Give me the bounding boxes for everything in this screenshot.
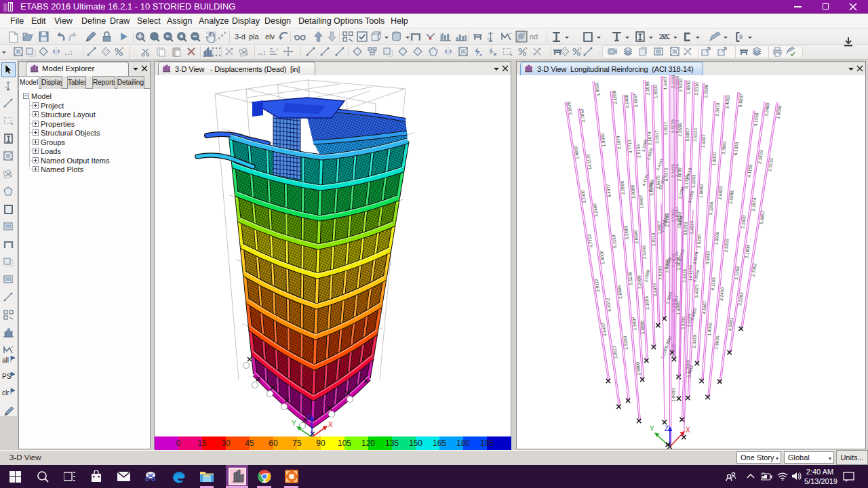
svg-text:4.7713: 4.7713 <box>627 140 633 154</box>
svg-text:4.1155: 4.1155 <box>710 277 716 291</box>
svg-text:2.6800: 2.6800 <box>635 361 642 375</box>
svg-text:5.6857: 5.6857 <box>685 127 690 141</box>
svg-text:X: X <box>686 426 690 434</box>
svg-text:1.8000: 1.8000 <box>599 250 606 264</box>
svg-text:1.9000: 1.9000 <box>600 133 606 147</box>
svg-text:3.4977: 3.4977 <box>606 184 612 198</box>
svg-text:1.8000: 1.8000 <box>686 81 691 94</box>
svg-text:2.3419: 2.3419 <box>692 334 697 348</box>
svg-text:2.1600: 2.1600 <box>740 215 746 229</box>
svg-text:1.9407: 1.9407 <box>701 134 707 148</box>
svg-text:1.9407: 1.9407 <box>631 317 637 331</box>
svg-text:3.2293: 3.2293 <box>737 291 744 306</box>
svg-text:2.7052: 2.7052 <box>751 263 757 277</box>
svg-text:3.2400: 3.2400 <box>677 248 686 262</box>
svg-text:6.4372: 6.4372 <box>606 298 612 312</box>
svg-text:5.6857: 5.6857 <box>633 94 638 108</box>
svg-text:X: X <box>328 421 333 428</box>
svg-text:4.6467: 4.6467 <box>702 300 707 314</box>
svg-text:3.0517: 3.0517 <box>654 130 660 144</box>
svg-text:3.9233: 3.9233 <box>705 251 710 265</box>
svg-text:2.1658: 2.1658 <box>612 90 618 104</box>
svg-text:3.2293: 3.2293 <box>691 174 696 188</box>
svg-text:5.6857: 5.6857 <box>738 93 744 107</box>
svg-text:5.1139: 5.1139 <box>611 235 617 248</box>
svg-text:2.3419: 2.3419 <box>715 102 720 117</box>
svg-text:3.5578: 3.5578 <box>692 251 699 265</box>
svg-text:2.0598: 2.0598 <box>620 180 626 195</box>
svg-text:2.6800: 2.6800 <box>717 186 724 200</box>
svg-text:1.9000: 1.9000 <box>573 145 580 159</box>
svg-text:3.2400: 3.2400 <box>764 102 770 117</box>
svg-text:2.1600: 2.1600 <box>744 245 751 259</box>
svg-text:2.5200: 2.5200 <box>724 239 730 253</box>
svg-text:4.1155: 4.1155 <box>747 164 753 178</box>
svg-text:1.8000: 1.8000 <box>707 322 713 336</box>
svg-text:3.2400: 3.2400 <box>623 226 629 240</box>
svg-text:1.9407: 1.9407 <box>638 195 644 209</box>
svg-text:3.3961: 3.3961 <box>721 140 727 155</box>
svg-text:2.0598: 2.0598 <box>645 81 650 96</box>
svg-text:4.7713: 4.7713 <box>587 234 593 248</box>
svg-text:3.4977: 3.4977 <box>694 284 699 298</box>
svg-text:2.0598: 2.0598 <box>677 123 682 136</box>
svg-text:3.9233: 3.9233 <box>692 128 698 142</box>
svg-text:2.1658: 2.1658 <box>644 296 650 310</box>
svg-text:Y: Y <box>650 425 654 432</box>
svg-text:2.5200: 2.5200 <box>623 336 629 350</box>
svg-text:14.1170: 14.1170 <box>585 153 592 169</box>
svg-text:1.9407: 1.9407 <box>663 76 667 89</box>
svg-text:2.3419: 2.3419 <box>757 150 764 164</box>
svg-text:Y: Y <box>292 420 296 427</box>
svg-text:Z: Z <box>307 414 311 422</box>
svg-text:2.1674: 2.1674 <box>751 197 757 211</box>
svg-text:2.5200: 2.5200 <box>642 245 647 260</box>
svg-text:3.2400: 3.2400 <box>592 203 599 217</box>
svg-text:3.2400: 3.2400 <box>636 275 642 289</box>
svg-text:2.9110: 2.9110 <box>593 279 600 293</box>
svg-text:2.5200: 2.5200 <box>696 234 702 248</box>
svg-text:3.0517: 3.0517 <box>612 345 618 359</box>
svg-text:5.1139: 5.1139 <box>627 271 633 285</box>
svg-text:2.7052: 2.7052 <box>579 108 586 123</box>
svg-text:6.1318: 6.1318 <box>733 142 739 156</box>
svg-text:1.9000: 1.9000 <box>698 184 704 199</box>
svg-text:2.9110: 2.9110 <box>651 232 656 246</box>
svg-text:3.4053: 3.4053 <box>724 95 730 109</box>
svg-text:1.9550: 1.9550 <box>594 82 600 96</box>
svg-text:3.0517: 3.0517 <box>663 121 668 135</box>
svg-text:2.6800: 2.6800 <box>616 285 623 299</box>
svg-text:3.1256: 3.1256 <box>734 266 740 280</box>
svg-text:2.5200: 2.5200 <box>678 78 683 92</box>
svg-text:2.0598: 2.0598 <box>728 190 734 204</box>
svg-text:3.2400: 3.2400 <box>719 287 725 301</box>
svg-text:3.1256: 3.1256 <box>688 190 695 204</box>
svg-text:3.2400: 3.2400 <box>624 94 629 108</box>
svg-text:1.9550: 1.9550 <box>775 105 782 119</box>
svg-text:1.8000: 1.8000 <box>711 152 717 166</box>
svg-text:3.1256: 3.1256 <box>708 201 713 216</box>
svg-text:2.0598: 2.0598 <box>644 269 650 283</box>
svg-text:3.5578: 3.5578 <box>566 101 573 115</box>
svg-text:1.9000: 1.9000 <box>714 231 720 245</box>
svg-text:3.1256: 3.1256 <box>753 113 759 127</box>
svg-text:2.6800: 2.6800 <box>690 307 697 321</box>
svg-text:2.6800: 2.6800 <box>677 167 682 181</box>
svg-text:4.6467: 4.6467 <box>601 322 608 336</box>
svg-text:2.5133: 2.5133 <box>767 157 774 171</box>
svg-text:2.9110: 2.9110 <box>694 82 699 96</box>
svg-text:3.9233: 3.9233 <box>683 222 688 235</box>
svg-text:2.1674: 2.1674 <box>616 136 622 150</box>
svg-text:1.9000: 1.9000 <box>714 336 720 350</box>
svg-text:2.0598: 2.0598 <box>633 230 639 244</box>
svg-text:2.5133: 2.5133 <box>635 144 641 158</box>
svg-text:3.2400: 3.2400 <box>580 190 587 204</box>
svg-text:2.0598: 2.0598 <box>703 84 709 98</box>
svg-text:2.1674: 2.1674 <box>647 131 652 146</box>
svg-text:1.9000: 1.9000 <box>671 388 675 402</box>
svg-text:1.8000: 1.8000 <box>630 185 635 199</box>
svg-text:1.8000: 1.8000 <box>653 85 658 98</box>
svg-text:Z: Z <box>665 425 669 432</box>
svg-text:5.6857: 5.6857 <box>759 210 766 224</box>
